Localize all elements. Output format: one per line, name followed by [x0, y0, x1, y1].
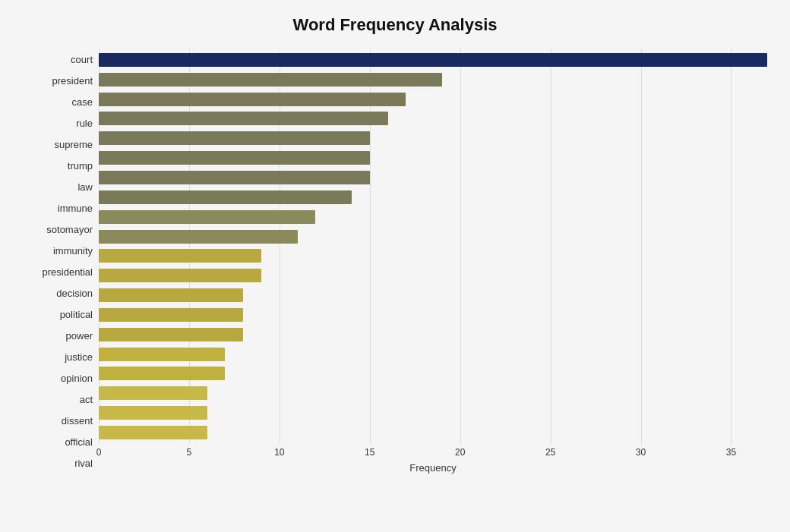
- x-axis-ticks: 05101520253035: [99, 444, 767, 459]
- x-tick-30: 30: [636, 447, 646, 458]
- bar-law: [99, 171, 370, 184]
- bar-decision: [99, 269, 261, 282]
- x-tick-10: 10: [274, 447, 284, 458]
- y-label-opinion: opinion: [61, 373, 93, 383]
- y-label-court: court: [71, 55, 93, 65]
- y-label-supreme: supreme: [54, 140, 93, 150]
- x-axis: 05101520253035 Frequency: [99, 444, 767, 474]
- bar-presidential: [99, 249, 261, 263]
- bar-immunity: [99, 230, 298, 244]
- y-label-trump: trump: [68, 161, 93, 171]
- y-label-immune: immune: [58, 203, 93, 213]
- bar-row-immunity: [99, 228, 767, 245]
- bar-sotomayor: [99, 210, 315, 224]
- y-label-act: act: [80, 395, 93, 405]
- y-label-political: political: [60, 310, 93, 320]
- bar-row-case: [99, 91, 767, 108]
- bar-row-decision: [99, 267, 767, 284]
- bar-row-act: [99, 365, 767, 382]
- y-label-dissent: dissent: [62, 416, 93, 426]
- bar-court: [99, 53, 767, 67]
- x-tick-15: 15: [365, 447, 374, 458]
- y-label-rule: rule: [76, 118, 93, 128]
- y-label-immunity: immunity: [53, 246, 93, 256]
- bar-row-rule: [99, 110, 767, 127]
- chart-title: Word Frequency Analysis: [23, 15, 767, 35]
- bar-row-president: [99, 71, 767, 88]
- y-label-rival: rival: [74, 458, 93, 468]
- bar-official: [99, 406, 207, 420]
- bar-row-immune: [99, 189, 767, 206]
- bars-area: [99, 49, 767, 444]
- chart-container: Word Frequency Analysis courtpresidentca…: [0, 0, 790, 532]
- x-tick-25: 25: [545, 447, 555, 458]
- bar-row-power: [99, 307, 767, 323]
- bar-justice: [99, 328, 243, 342]
- bar-act: [99, 367, 225, 380]
- bar-row-rival: [99, 424, 767, 441]
- x-tick-20: 20: [455, 447, 465, 458]
- bar-president: [99, 73, 442, 87]
- y-label-case: case: [72, 97, 93, 107]
- y-label-justice: justice: [65, 352, 93, 362]
- bar-row-court: [99, 52, 767, 68]
- x-tick-0: 0: [96, 447, 102, 458]
- bar-supreme: [99, 131, 370, 145]
- bar-dissent: [99, 386, 207, 400]
- bar-row-political: [99, 287, 767, 304]
- chart-area: courtpresidentcaserulesupremetrumplawimm…: [23, 49, 767, 474]
- bar-case: [99, 93, 406, 106]
- y-label-law: law: [77, 182, 93, 192]
- x-tick-35: 35: [726, 447, 736, 458]
- bar-row-justice: [99, 326, 767, 343]
- bar-row-supreme: [99, 130, 767, 146]
- y-label-decision: decision: [56, 288, 93, 298]
- bar-row-sotomayor: [99, 209, 767, 225]
- y-label-presidential: presidential: [43, 267, 93, 277]
- y-axis-labels: courtpresidentcaserulesupremetrumplawimm…: [23, 49, 99, 474]
- y-label-president: president: [52, 76, 93, 86]
- bar-row-opinion: [99, 346, 767, 363]
- bars-wrapper: [99, 49, 767, 444]
- bar-rival: [99, 426, 207, 439]
- bar-immune: [99, 190, 352, 204]
- bar-row-law: [99, 169, 767, 186]
- bars-and-xaxis: 05101520253035 Frequency: [99, 49, 767, 474]
- bar-political: [99, 288, 243, 302]
- y-label-sotomayor: sotomayor: [46, 225, 93, 235]
- y-label-power: power: [66, 331, 93, 341]
- x-axis-label: Frequency: [99, 462, 767, 474]
- bar-row-trump: [99, 150, 767, 166]
- bar-row-dissent: [99, 385, 767, 401]
- bar-row-official: [99, 405, 767, 421]
- bar-rule: [99, 112, 388, 125]
- y-label-official: official: [65, 437, 93, 447]
- bar-row-presidential: [99, 247, 767, 264]
- bar-trump: [99, 151, 370, 165]
- bar-opinion: [99, 348, 225, 361]
- bar-power: [99, 308, 243, 322]
- x-tick-5: 5: [187, 447, 192, 458]
